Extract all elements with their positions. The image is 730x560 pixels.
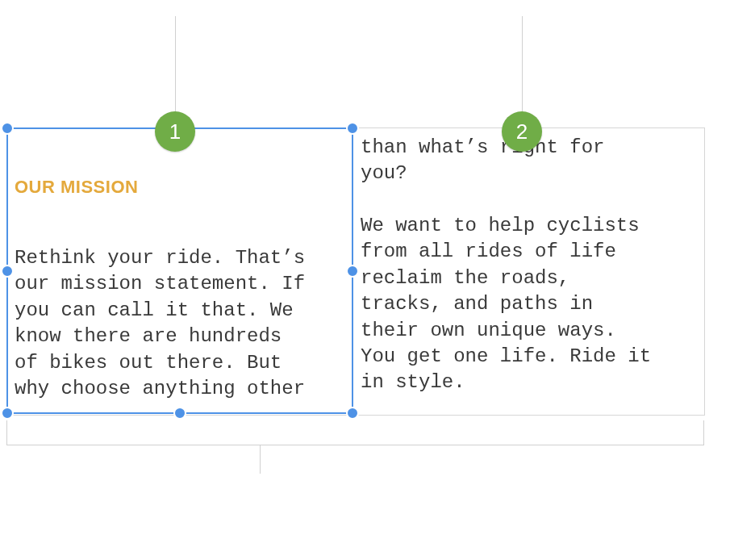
bracket-left-icon [6,420,7,445]
linked-text-boxes-frame: OUR MISSION Rethink your ride. That’s ou… [6,127,705,416]
resize-handle-ml-icon[interactable] [1,265,14,278]
callout-badge-1: 1 [155,111,195,152]
selected-text-box-outline[interactable] [6,127,353,414]
bracket-center-leader-icon [260,445,261,474]
textbox-column-2-text-b: We want to help cyclists from all rides … [361,213,709,396]
resize-handle-tl-icon[interactable] [1,122,14,135]
callout-badge-2: 2 [502,111,542,152]
resize-handle-mr-icon[interactable] [346,265,359,278]
resize-handle-bm-icon[interactable] [173,407,186,420]
bracket-horizontal-icon [6,445,704,445]
resize-handle-tr-icon[interactable] [346,122,359,135]
diagram-stage: OUR MISSION Rethink your ride. That’s ou… [0,0,730,560]
resize-handle-bl-icon[interactable] [1,407,14,420]
resize-handle-br-icon[interactable] [346,407,359,420]
bracket-right-icon [703,420,704,445]
